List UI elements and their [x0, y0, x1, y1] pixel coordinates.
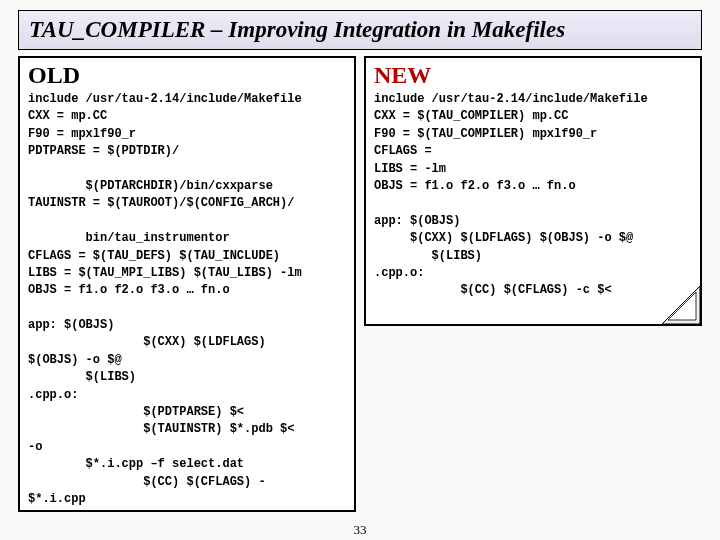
- new-line2c: mp.CC: [525, 109, 568, 123]
- new-line3c: mpxlf90_r: [525, 127, 597, 141]
- new-line2b: $(TAU_COMPILER): [417, 109, 525, 123]
- new-line3b: $(TAU_COMPILER): [417, 127, 525, 141]
- new-heading: NEW: [374, 62, 692, 89]
- title-text: TAU_COMPILER – Improving Integration in …: [29, 17, 565, 42]
- new-line5: LIBS = -lm: [374, 162, 446, 176]
- old-heading: OLD: [28, 62, 346, 89]
- columns: OLD include /usr/tau-2.14/include/Makefi…: [0, 56, 720, 512]
- panel-old: OLD include /usr/tau-2.14/include/Makefi…: [18, 56, 356, 512]
- old-code: include /usr/tau-2.14/include/Makefile C…: [28, 91, 346, 508]
- page-number: 33: [354, 522, 367, 538]
- new-line1: include /usr/tau-2.14/include/Makefile: [374, 92, 648, 106]
- page-title: TAU_COMPILER – Improving Integration in …: [18, 10, 702, 50]
- new-line6b: f1.o f2.o f3.o … fn.o: [424, 179, 575, 193]
- new-block2: app: $(OBJS) $(CXX) $(LDFLAGS) $(OBJS) -…: [374, 214, 633, 298]
- new-line3a: F90 =: [374, 127, 417, 141]
- new-code: include /usr/tau-2.14/include/Makefile C…: [374, 91, 692, 300]
- new-line6a: OBJS =: [374, 179, 424, 193]
- new-line2a: CXX =: [374, 109, 417, 123]
- panel-new: NEW include /usr/tau-2.14/include/Makefi…: [364, 56, 702, 326]
- new-line4: CFLAGS =: [374, 144, 432, 158]
